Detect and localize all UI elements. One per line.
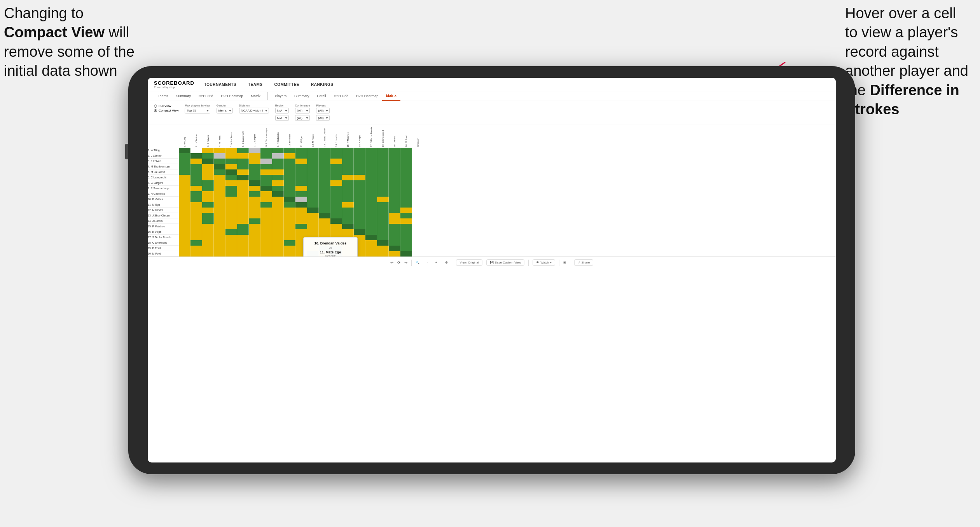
cell-17-2[interactable] — [190, 235, 202, 240]
cell-10-6[interactable] — [237, 197, 249, 202]
cell-5-1[interactable] — [179, 169, 190, 175]
cell-15-7[interactable] — [249, 224, 260, 229]
cell-12-6[interactable] — [237, 208, 249, 213]
cell-17-3[interactable] — [202, 235, 214, 240]
cell-4-7[interactable] — [249, 164, 260, 169]
cell-6-7[interactable] — [249, 175, 260, 180]
cell-10-8[interactable] — [260, 197, 272, 202]
cell-1-10[interactable] — [284, 148, 295, 153]
cell-1-19[interactable] — [389, 148, 400, 153]
cell-7-11[interactable] — [295, 180, 307, 186]
cell-13-1[interactable] — [179, 213, 190, 218]
cell-8-5[interactable] — [225, 186, 237, 191]
cell-19-4[interactable] — [214, 246, 225, 251]
toolbar-settings[interactable]: ⚙ — [445, 261, 448, 264]
cell-4-5[interactable] — [225, 164, 237, 169]
cell-16-11[interactable] — [295, 229, 307, 235]
cell-4-20[interactable] — [400, 164, 412, 169]
cell-10-11[interactable] — [295, 197, 307, 202]
cell-14-1[interactable] — [179, 218, 190, 224]
cell-12-13[interactable] — [319, 208, 330, 213]
cell-9-4[interactable] — [214, 191, 225, 197]
cell-17-1[interactable] — [179, 235, 190, 240]
cell-3-9[interactable] — [272, 159, 284, 164]
cell-13-15[interactable] — [342, 213, 354, 218]
cell-1-2[interactable] — [190, 148, 202, 153]
cell-6-11[interactable] — [295, 175, 307, 180]
cell-4-12[interactable] — [307, 164, 319, 169]
cell-7-7[interactable] — [249, 180, 260, 186]
cell-4-13[interactable] — [319, 164, 330, 169]
cell-12-10[interactable] — [284, 208, 295, 213]
cell-18-1[interactable] — [179, 240, 190, 246]
tab-h2h-grid-left[interactable]: H2H Grid — [195, 92, 217, 100]
cell-15-9[interactable] — [272, 224, 284, 229]
cell-4-19[interactable] — [389, 164, 400, 169]
cell-2-13[interactable] — [319, 153, 330, 159]
cell-8-10[interactable] — [284, 186, 295, 191]
cell-16-14[interactable] — [330, 229, 342, 235]
cell-9-18[interactable] — [377, 191, 389, 197]
cell-19-8[interactable] — [260, 246, 272, 251]
cell-7-21[interactable] — [412, 180, 424, 186]
cell-10-15[interactable] — [342, 197, 354, 202]
cell-10-1[interactable] — [179, 197, 190, 202]
cell-16-21[interactable] — [412, 229, 424, 235]
cell-12-1[interactable] — [179, 208, 190, 213]
cell-14-15[interactable] — [342, 218, 354, 224]
cell-2-4[interactable] — [214, 153, 225, 159]
cell-18-2[interactable] — [190, 240, 202, 246]
cell-16-5[interactable] — [225, 229, 237, 235]
cell-7-8[interactable] — [260, 180, 272, 186]
cell-7-12[interactable] — [307, 180, 319, 186]
cell-7-19[interactable] — [389, 180, 400, 186]
cell-18-21[interactable] — [412, 240, 424, 246]
cell-12-5[interactable] — [225, 208, 237, 213]
cell-15-6[interactable] — [237, 224, 249, 229]
cell-6-5[interactable] — [225, 175, 237, 180]
cell-3-13[interactable] — [319, 159, 330, 164]
cell-9-14[interactable] — [330, 191, 342, 197]
share-button[interactable]: ↗ Share — [574, 259, 593, 266]
watch-button[interactable]: 👁 Watch ▾ — [533, 259, 555, 266]
cell-1-4[interactable] — [214, 148, 225, 153]
cell-6-20[interactable] — [400, 175, 412, 180]
cell-13-2[interactable] — [190, 213, 202, 218]
cell-6-8[interactable] — [260, 175, 272, 180]
cell-17-21[interactable] — [412, 235, 424, 240]
cell-13-17[interactable] — [365, 213, 377, 218]
cell-13-3[interactable] — [202, 213, 214, 218]
tab-h2h-heatmap-left[interactable]: H2H Heatmap — [217, 92, 247, 100]
cell-8-14[interactable] — [330, 186, 342, 191]
cell-3-2[interactable] — [190, 159, 202, 164]
cell-16-16[interactable] — [354, 229, 365, 235]
cell-14-4[interactable] — [214, 218, 225, 224]
cell-20-5[interactable] — [225, 251, 237, 257]
cell-5-11[interactable] — [295, 169, 307, 175]
cell-16-12[interactable] — [307, 229, 319, 235]
cell-12-20[interactable] — [400, 208, 412, 213]
cell-6-13[interactable] — [319, 175, 330, 180]
cell-19-9[interactable] — [272, 246, 284, 251]
cell-12-4[interactable] — [214, 208, 225, 213]
cell-20-9[interactable] — [272, 251, 284, 257]
cell-19-20[interactable] — [400, 246, 412, 251]
cell-2-7[interactable] — [249, 153, 260, 159]
cell-10-12[interactable] — [307, 197, 319, 202]
cell-4-8[interactable] — [260, 164, 272, 169]
cell-11-12[interactable] — [307, 202, 319, 208]
redo-icon[interactable]: ↪ — [404, 260, 407, 265]
cell-3-12[interactable] — [307, 159, 319, 164]
cell-8-1[interactable] — [179, 186, 190, 191]
cell-2-15[interactable] — [342, 153, 354, 159]
cell-4-21[interactable] — [412, 164, 424, 169]
cell-12-7[interactable] — [249, 208, 260, 213]
cell-2-18[interactable] — [377, 153, 389, 159]
filter-region-select2[interactable]: N/A — [275, 115, 289, 121]
cell-12-2[interactable] — [190, 208, 202, 213]
cell-14-3[interactable] — [202, 218, 214, 224]
cell-16-2[interactable] — [190, 229, 202, 235]
cell-8-18[interactable] — [377, 186, 389, 191]
cell-12-17[interactable] — [365, 208, 377, 213]
cell-6-16[interactable] — [354, 175, 365, 180]
